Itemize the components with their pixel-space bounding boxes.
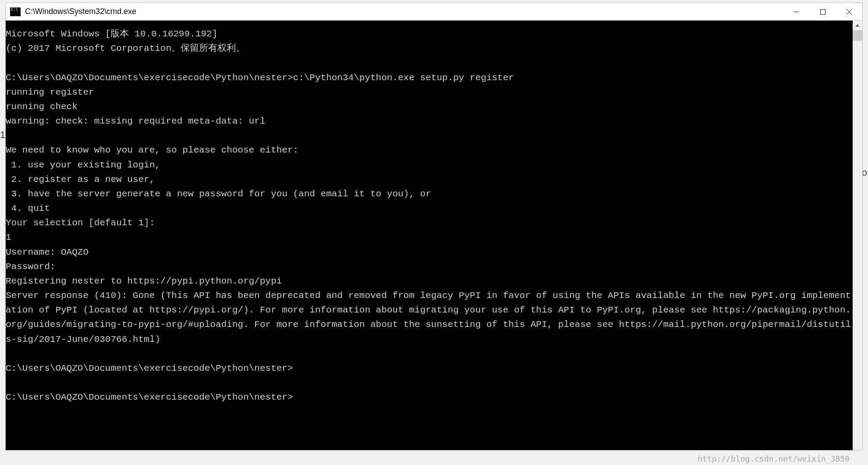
close-icon [846, 9, 852, 15]
maximize-button[interactable] [810, 3, 836, 20]
cmd-icon [10, 7, 21, 16]
maximize-icon [820, 9, 826, 15]
minimize-button[interactable] [783, 3, 810, 20]
window-title: C:\Windows\System32\cmd.exe [25, 7, 783, 16]
svg-rect-1 [821, 9, 825, 14]
titlebar[interactable]: C:\Windows\System32\cmd.exe [6, 3, 862, 21]
scrollbar[interactable] [853, 21, 862, 450]
close-button[interactable] [836, 3, 862, 20]
scrollbar-up-button[interactable] [853, 21, 862, 30]
terminal-output[interactable]: Microsoft Windows [版本 10.0.16299.192] (c… [6, 21, 853, 450]
minimize-icon [793, 9, 800, 15]
terminal-container: Microsoft Windows [版本 10.0.16299.192] (c… [6, 21, 862, 450]
scrollbar-thumb[interactable] [853, 30, 862, 41]
watermark-text: http://blog.csdn.net/weixin_3850 [697, 454, 850, 463]
cmd-window: C:\Windows\System32\cmd.exe Microsoft Wi… [5, 3, 863, 451]
window-controls [783, 3, 862, 20]
